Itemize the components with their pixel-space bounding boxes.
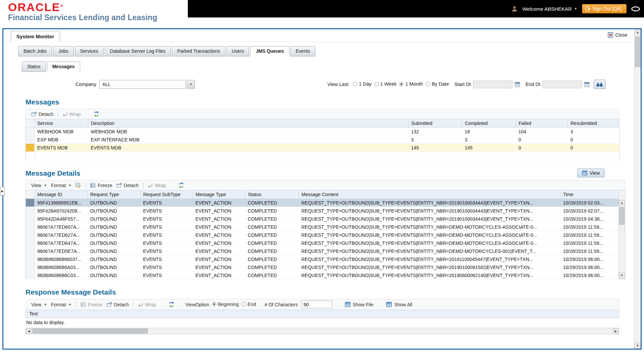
md-format-menu[interactable]: Format ▼: [49, 182, 73, 189]
table-row[interactable]: 96067A77ED607A...OUTBOUNDEVENTSEVENT_ACT…: [26, 223, 619, 231]
detach-button[interactable]: Detach: [29, 111, 55, 118]
message-details-scrollbar[interactable]: ▲ ▼: [619, 190, 625, 279]
table-row[interactable]: 95F4139888951EB...OUTBOUNDEVENTSEVENT_AC…: [26, 199, 619, 207]
tab-events[interactable]: Events: [290, 46, 316, 56]
start-dt-calendar-icon[interactable]: [515, 82, 520, 87]
table-row[interactable]: 95F428A97024209...OUTBOUNDEVENTSEVENT_AC…: [26, 207, 619, 215]
md-view-menu[interactable]: View ▼: [29, 182, 49, 189]
table-row[interactable]: 96067A77ED5E7A...OUTBOUNDEVENTSEVENT_ACT…: [26, 247, 619, 255]
column-header-service[interactable]: Service: [35, 119, 88, 128]
row-selector[interactable]: [26, 247, 35, 255]
column-header-failed[interactable]: Failed: [516, 119, 568, 128]
row-selector[interactable]: [26, 199, 35, 207]
view-last-radio-1-month[interactable]: 1 Month: [399, 81, 423, 87]
company-combobox[interactable]: ALL ▼: [99, 80, 195, 89]
subtab-messages[interactable]: Messages: [47, 61, 80, 72]
resp-view-menu[interactable]: View ▼: [29, 301, 49, 308]
scroll-right-arrow[interactable]: ▶: [613, 328, 619, 334]
column-header-message-content[interactable]: Message Content: [299, 190, 560, 199]
table-row[interactable]: EXP MDBEXP INTERFACE MDB3300: [26, 136, 620, 144]
window-vertical-scrollbar[interactable]: ▲ ▼: [634, 29, 641, 349]
view-option-radio-beginning[interactable]: Beginning: [212, 302, 239, 307]
company-value[interactable]: ALL: [99, 80, 186, 89]
row-selector[interactable]: [26, 239, 35, 247]
subtab-status[interactable]: Status: [22, 61, 46, 72]
wrap-button[interactable]: Wrap: [60, 111, 83, 118]
column-header-resubmitted[interactable]: Resubmitted: [568, 119, 620, 128]
column-header-submitted[interactable]: Submitted: [409, 119, 462, 128]
md-freeze-button[interactable]: Freeze: [88, 182, 114, 189]
table-row[interactable]: 96067A77ED647A...OUTBOUNDEVENTSEVENT_ACT…: [26, 239, 619, 247]
scrollbar-thumb[interactable]: [635, 37, 640, 67]
chars-input[interactable]: [301, 301, 332, 308]
tab-parked-transactions[interactable]: Parked Transactions: [172, 46, 225, 56]
scrollbar-thumb[interactable]: [619, 207, 625, 225]
column-header-message-id[interactable]: Message ID: [35, 190, 88, 199]
row-selector[interactable]: [26, 128, 35, 136]
search-button[interactable]: [594, 80, 606, 89]
row-selector[interactable]: [26, 271, 35, 279]
resp-refresh-button[interactable]: [167, 301, 176, 308]
show-all-button[interactable]: Show All: [386, 302, 412, 307]
table-row[interactable]: WEBHOOK MDBWEBHOOK MDB132181043: [26, 128, 620, 136]
column-header-description[interactable]: Description: [88, 119, 409, 128]
column-header-status[interactable]: Status: [245, 190, 299, 199]
scroll-down-arrow[interactable]: ▼: [635, 343, 641, 349]
row-selector[interactable]: [26, 223, 35, 231]
tab-users[interactable]: Users: [226, 46, 250, 56]
close-button[interactable]: Close: [608, 32, 627, 38]
resp-format-menu[interactable]: Format ▼: [49, 301, 73, 308]
tab-jms-queues[interactable]: JMS Queues: [250, 46, 289, 56]
end-dt-input[interactable]: [542, 81, 582, 88]
table-row[interactable]: 96067A77ED627A...OUTBOUNDEVENTSEVENT_ACT…: [26, 231, 619, 239]
panel-expand-handle[interactable]: ▶: [0, 187, 5, 195]
end-dt-calendar-icon[interactable]: [584, 82, 590, 87]
scroll-left-arrow[interactable]: ◀: [26, 328, 32, 334]
scroll-up-arrow[interactable]: ▲: [635, 29, 641, 35]
start-dt-input[interactable]: [473, 81, 513, 88]
row-selector[interactable]: [26, 215, 35, 223]
resp-detach-button[interactable]: Detach: [105, 301, 131, 308]
table-row[interactable]: 960B86096B6C03...OUTBOUNDEVENTSEVENT_ACT…: [26, 271, 619, 279]
table-row[interactable]: 95F642DA46F557...OUTBOUNDEVENTSEVENT_ACT…: [26, 215, 619, 223]
view-option-radio-end[interactable]: End: [241, 302, 256, 307]
row-selector[interactable]: [26, 144, 35, 152]
window-title-tab[interactable]: System Monitor: [11, 31, 60, 42]
view-last-radio-by-date[interactable]: By Date: [426, 81, 449, 87]
resp-wrap-button[interactable]: Wrap: [136, 301, 158, 308]
show-file-button[interactable]: Show File: [345, 302, 373, 307]
tab-batch-jobs[interactable]: Batch Jobs: [18, 46, 52, 56]
column-header-completed[interactable]: Completed: [462, 119, 516, 128]
table-row[interactable]: 960B86096B66037...OUTBOUNDEVENTSEVENT_AC…: [26, 255, 619, 263]
md-detach-button[interactable]: Detach: [114, 182, 141, 189]
row-selector[interactable]: [26, 136, 35, 144]
response-text-column-header[interactable]: Text: [25, 310, 619, 318]
tab-database-server-log-files[interactable]: Database Server Log Files: [105, 46, 171, 56]
refresh-button[interactable]: [92, 111, 101, 118]
sign-out-button[interactable]: Sign Out [QA]: [582, 4, 627, 13]
table-row[interactable]: EVENTS MDBEVENTS MDB14514500: [26, 144, 620, 152]
column-header-time[interactable]: Time: [560, 190, 619, 199]
export-table-button[interactable]: [73, 182, 83, 188]
welcome-user-menu[interactable]: Welcome ABSHEKAR ▼: [522, 6, 577, 12]
row-selector[interactable]: [26, 207, 35, 215]
column-header-message-type[interactable]: Message Type: [193, 190, 245, 199]
tab-jobs[interactable]: Jobs: [53, 46, 74, 56]
table-row[interactable]: 960B86096B6A03...OUTBOUNDEVENTSEVENT_ACT…: [26, 263, 619, 271]
scroll-down-arrow[interactable]: ▼: [619, 272, 625, 278]
column-header-request-type[interactable]: Request Type: [88, 190, 141, 199]
resp-freeze-button[interactable]: Freeze: [78, 301, 105, 308]
column-header-request-subtype[interactable]: Request SubType: [141, 190, 193, 199]
view-last-radio-1-week[interactable]: 1 Week: [374, 81, 397, 87]
company-dropdown-button[interactable]: ▼: [187, 80, 195, 89]
row-selector[interactable]: [26, 263, 35, 271]
md-refresh-button[interactable]: [176, 182, 186, 189]
tab-services[interactable]: Services: [75, 46, 104, 56]
horizontal-scrollbar[interactable]: ◀ ▶: [25, 328, 619, 334]
scrollbar-thumb[interactable]: [33, 328, 148, 334]
view-message-button[interactable]: View: [577, 169, 604, 177]
md-wrap-button[interactable]: Wrap: [146, 182, 168, 189]
row-selector[interactable]: [26, 255, 35, 263]
row-selector[interactable]: [26, 231, 35, 239]
view-last-radio-1-day[interactable]: 1 Day: [353, 81, 372, 87]
